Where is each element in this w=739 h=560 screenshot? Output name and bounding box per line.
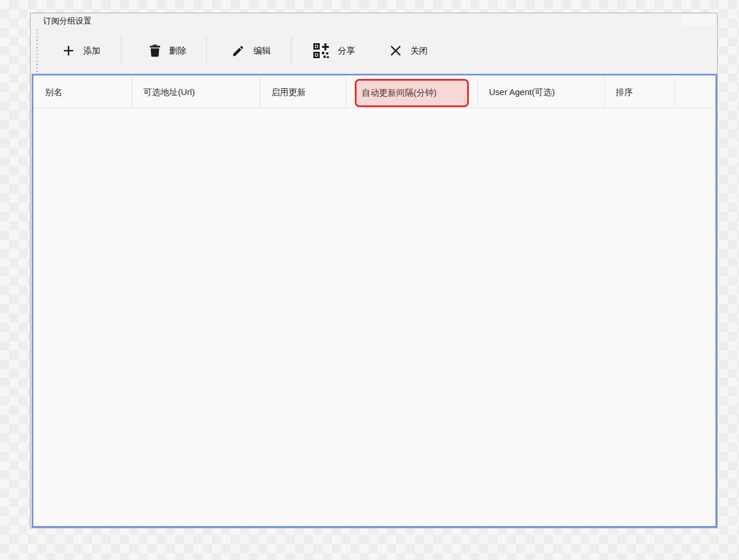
close-window-button[interactable] [704, 14, 715, 25]
subscription-table: 别名 可选地址(Url) 启用更新 自动更新间隔(分钟) User Agent(… [32, 74, 717, 528]
minimize-button[interactable] [681, 14, 692, 25]
column-header-auto-update-interval[interactable]: 自动更新间隔(分钟) [346, 76, 478, 108]
column-header-enable-update[interactable]: 启用更新 [260, 76, 346, 108]
share-button[interactable]: 分享 [300, 38, 367, 63]
add-button[interactable]: 添加 [49, 38, 113, 63]
window-controls [681, 14, 715, 25]
plus-icon [62, 44, 75, 57]
pencil-icon [232, 44, 245, 58]
window-title: 订阅分组设置 [43, 13, 92, 28]
toolbar-drag-handle[interactable] [36, 29, 38, 73]
toolbar: 添加 删除 编辑 [31, 28, 717, 74]
qr-share-icon [312, 42, 329, 59]
table-body-empty [34, 108, 715, 525]
close-button[interactable]: 关闭 [377, 38, 439, 63]
trash-icon [149, 44, 161, 57]
delete-button[interactable]: 删除 [136, 38, 199, 63]
toolbar-separator [121, 36, 122, 65]
table-header-row: 别名 可选地址(Url) 启用更新 自动更新间隔(分钟) User Agent(… [34, 76, 715, 108]
column-header-url[interactable]: 可选地址(Url) [132, 76, 260, 108]
desktop-transparent-background: { "window": { "title": "订阅分组设置" }, "tool… [0, 0, 739, 560]
close-button-label: 关闭 [411, 46, 428, 56]
edit-button-label: 编辑 [253, 46, 271, 56]
toolbar-separator [291, 36, 291, 65]
column-header-alias[interactable]: 别名 [34, 76, 132, 108]
column-header-user-agent[interactable]: User Agent(可选) [478, 76, 605, 108]
close-icon [389, 44, 402, 57]
column-header-auto-update-interval-label: 自动更新间隔(分钟) [362, 88, 437, 99]
subscription-table-inner: 别名 可选地址(Url) 启用更新 自动更新间隔(分钟) User Agent(… [34, 76, 715, 525]
column-header-sort[interactable]: 排序 [605, 76, 675, 108]
edit-button[interactable]: 编辑 [219, 38, 283, 63]
subscription-group-settings-window: 订阅分组设置 添加 删除 [30, 13, 718, 528]
maximize-button[interactable] [693, 14, 704, 25]
share-button-label: 分享 [338, 46, 355, 56]
toolbar-separator [206, 36, 207, 65]
column-header-empty [675, 76, 715, 108]
delete-button-label: 删除 [169, 46, 187, 56]
titlebar[interactable]: 订阅分组设置 [31, 13, 717, 28]
highlight-annotation-box: 自动更新间隔(分钟) [355, 79, 469, 107]
resize-grip[interactable] [710, 520, 715, 525]
add-button-label: 添加 [84, 46, 101, 56]
